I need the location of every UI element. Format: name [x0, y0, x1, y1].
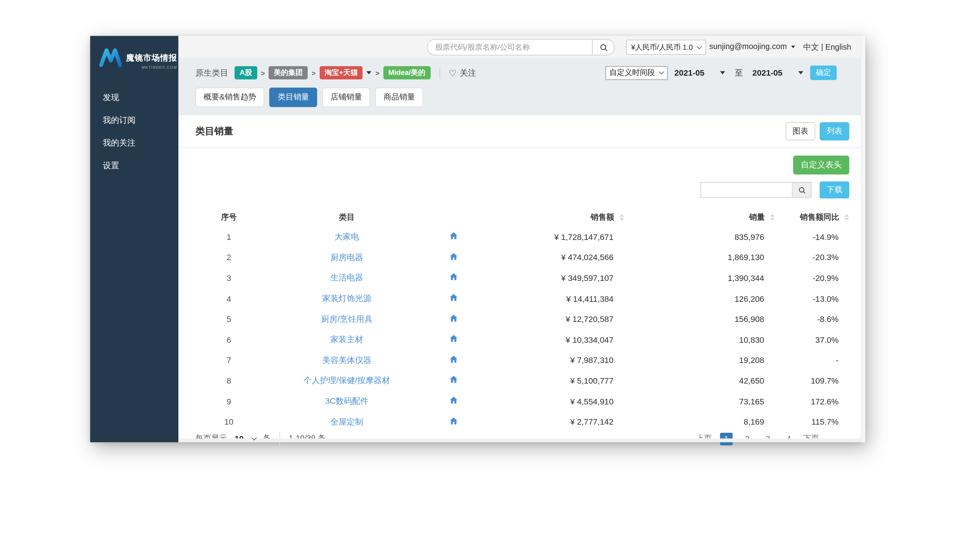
category-link[interactable]: 家装主材: [330, 335, 363, 344]
sort-icon[interactable]: [844, 214, 849, 220]
table-row: 1 大家电 ¥ 1,728,147,671 835,976 -14.9%: [195, 227, 849, 247]
home-icon[interactable]: [449, 376, 457, 384]
caret-down-icon[interactable]: [367, 71, 372, 75]
category-link[interactable]: 全屋定制: [330, 417, 363, 426]
tab-概要&销售趋势[interactable]: 概要&销售趋势: [195, 88, 265, 107]
column-header-销售额同比[interactable]: 销售额同比: [775, 208, 849, 227]
table-row: 3 生活电器 ¥ 349,597,107 1,390,344 -20.9%: [195, 268, 849, 288]
section-header: 类目销量 图表 列表: [179, 115, 865, 148]
sales-volume: 19,208: [624, 350, 775, 370]
category-link[interactable]: 3C数码配件: [325, 396, 369, 405]
category-link[interactable]: 厨房/烹饪用具: [321, 314, 373, 323]
sales-amount: ¥ 10,334,047: [475, 330, 624, 350]
sort-icon[interactable]: [619, 214, 624, 220]
sidebar-item-我的关注[interactable]: 我的关注: [90, 132, 179, 155]
home-icon[interactable]: [449, 335, 457, 343]
sales-yoy: -14.9%: [775, 227, 849, 247]
breadcrumb-badge[interactable]: A股: [235, 66, 257, 80]
row-index: 5: [195, 309, 262, 330]
home-icon[interactable]: [449, 417, 457, 425]
home-icon[interactable]: [449, 273, 457, 282]
tab-商品销量[interactable]: 商品销量: [375, 88, 424, 107]
category-sales-table: 序号类目销售额销量销售额同比 1 大家电 ¥ 1,728,147,671 835…: [195, 208, 849, 432]
confirm-button[interactable]: 确定: [810, 65, 837, 80]
follow-button[interactable]: ♡ 关注: [439, 67, 476, 78]
row-index: 9: [195, 391, 262, 412]
table-row: 9 3C数码配件 ¥ 4,554,910 73,165 172.6%: [195, 391, 849, 412]
main-area: ¥人民币/人民币 1.0 sunjing@moojing.com 中文 | En…: [179, 36, 865, 442]
sidebar-nav: 发现我的订阅我的关注设置: [90, 87, 179, 177]
home-icon[interactable]: [449, 355, 457, 363]
language-switch[interactable]: 中文 | English: [803, 42, 851, 53]
brand: 魔镜市场情报 MKTINDEX.COM: [90, 36, 179, 70]
table-search: [701, 182, 811, 198]
breadcrumb-label: 原生类目: [195, 67, 228, 78]
column-header-销售额[interactable]: 销售额: [475, 208, 624, 227]
stock-search-input[interactable]: [427, 39, 592, 55]
date-to[interactable]: 2021-05: [752, 68, 782, 77]
search-icon: [798, 186, 806, 193]
table-search-input[interactable]: [701, 182, 792, 198]
follow-label: 关注: [460, 67, 476, 78]
caret-down-icon[interactable]: [720, 71, 725, 75]
breadcrumb-badge[interactable]: 淘宝+天猫: [320, 66, 363, 80]
tabs: 概要&销售趋势类目销量店铺销量商品销量: [195, 88, 848, 107]
home-icon[interactable]: [449, 253, 457, 261]
category-link[interactable]: 美容美体仪器: [322, 355, 372, 365]
row-index: 2: [195, 247, 262, 268]
sidebar-item-设置[interactable]: 设置: [90, 155, 179, 177]
sidebar-item-我的订阅[interactable]: 我的订阅: [90, 109, 179, 132]
download-button[interactable]: 下载: [820, 182, 849, 198]
home-icon[interactable]: [449, 396, 457, 404]
toolbar-band: 原生类目 A股>美的集团>淘宝+天猫>Midea/美的 ♡ 关注 自定义时间段 …: [179, 59, 865, 115]
customize-columns-button[interactable]: 自定义表头: [793, 156, 849, 174]
chart-view-button[interactable]: 图表: [786, 122, 815, 140]
caret-down-icon[interactable]: [798, 71, 803, 75]
user-menu[interactable]: sunjing@moojing.com: [709, 42, 796, 51]
stock-search-button[interactable]: [592, 39, 615, 55]
category-link[interactable]: 个人护理/保健/按摩器材: [304, 376, 390, 385]
sidebar-item-发现[interactable]: 发现: [90, 87, 179, 109]
breadcrumb-badge[interactable]: Midea/美的: [383, 66, 430, 80]
home-icon[interactable]: [449, 293, 457, 302]
category-link[interactable]: 厨房电器: [330, 253, 363, 262]
brand-title: 魔镜市场情报: [126, 52, 177, 63]
date-mode-select[interactable]: 自定义时间段: [605, 66, 667, 80]
search-icon: [599, 43, 607, 51]
breadcrumb-separator: >: [375, 69, 380, 77]
currency-value: ¥人民币/人民币 1.0: [631, 43, 693, 52]
topbar: ¥人民币/人民币 1.0 sunjing@moojing.com 中文 | En…: [179, 36, 865, 59]
sort-icon[interactable]: [770, 214, 775, 220]
tab-类目销量[interactable]: 类目销量: [269, 88, 317, 107]
table-row: 7 美容美体仪器 ¥ 7,987,310 19,208 -: [195, 350, 849, 370]
vertical-scrollbar[interactable]: [861, 36, 865, 442]
breadcrumb-badge[interactable]: 美的集团: [269, 66, 308, 80]
row-index: 10: [195, 412, 262, 432]
currency-select[interactable]: ¥人民币/人民币 1.0: [626, 40, 706, 55]
breadcrumb-badges: A股>美的集团>淘宝+天猫>Midea/美的: [235, 66, 430, 80]
category-link[interactable]: 生活电器: [330, 273, 363, 283]
category-link[interactable]: 大家电: [334, 232, 359, 242]
sales-volume: 10,830: [624, 330, 775, 350]
app-window: 魔镜市场情报 MKTINDEX.COM 发现我的订阅我的关注设置: [90, 36, 865, 442]
sales-volume: 126,206: [624, 288, 775, 309]
tab-店铺销量[interactable]: 店铺销量: [322, 88, 370, 107]
breadcrumb-separator: >: [261, 69, 265, 77]
list-view-button[interactable]: 列表: [820, 122, 849, 140]
sales-volume: 835,976: [624, 227, 775, 247]
table-tools: 下载: [195, 182, 849, 198]
home-icon[interactable]: [449, 314, 457, 322]
table-search-button[interactable]: [792, 182, 812, 198]
sales-yoy: -13.0%: [775, 288, 849, 309]
date-from[interactable]: 2021-05: [674, 68, 704, 77]
column-header-销量[interactable]: 销量: [624, 208, 775, 227]
category-link[interactable]: 家装灯饰光源: [322, 293, 372, 303]
sidebar-item-label: 设置: [103, 161, 119, 170]
sales-amount: ¥ 7,987,310: [475, 350, 624, 370]
chevron-down-icon: [659, 69, 664, 75]
footer-strip: [179, 438, 865, 442]
sidebar-item-label: 我的关注: [103, 138, 135, 147]
date-to-label: 至: [735, 67, 743, 78]
home-icon[interactable]: [449, 232, 457, 240]
table-header-row: 序号类目销售额销量销售额同比: [195, 208, 849, 227]
